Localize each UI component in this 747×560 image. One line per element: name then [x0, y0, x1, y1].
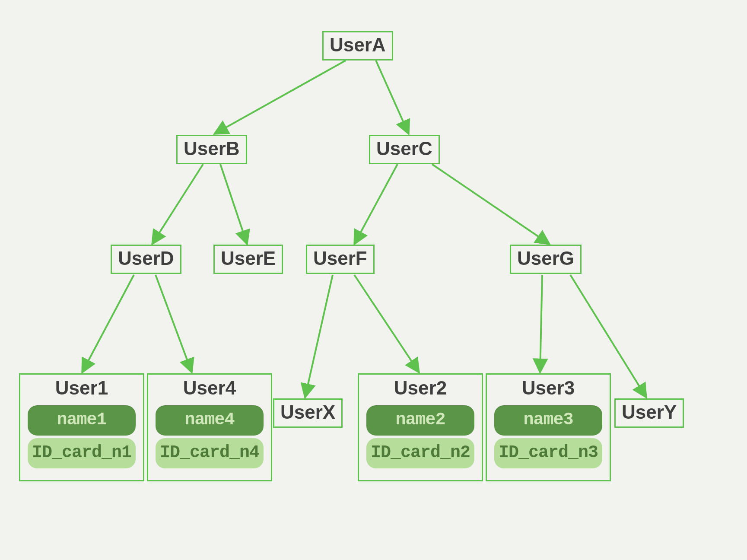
node-user-a: UserA	[322, 31, 393, 60]
leaf-id-pill: ID_card_n3	[494, 438, 602, 468]
diagram-canvas: UserA UserB UserC UserD UserE UserF User…	[0, 0, 747, 560]
leaf-title: User4	[148, 377, 271, 399]
node-user-f: UserF	[306, 245, 375, 274]
node-label: UserA	[330, 34, 386, 55]
node-label: UserE	[221, 248, 276, 269]
node-label: UserB	[184, 138, 240, 159]
node-user-g: UserG	[510, 245, 582, 274]
svg-line-1	[376, 60, 409, 134]
node-user-c: UserC	[369, 135, 440, 164]
leaf-id-pill: ID_card_n1	[28, 438, 136, 468]
svg-line-8	[305, 275, 333, 398]
svg-line-4	[354, 164, 397, 244]
leaf-user2: User2 name2 ID_card_n2	[358, 373, 483, 481]
leaf-title: User3	[487, 377, 610, 399]
leaf-title: User2	[359, 377, 482, 399]
node-label: UserY	[622, 401, 677, 423]
node-label: UserC	[376, 138, 432, 159]
svg-line-10	[540, 275, 542, 372]
svg-line-9	[354, 275, 419, 372]
leaf-name-pill: name3	[494, 405, 602, 436]
leaf-name-pill: name4	[156, 405, 264, 436]
node-user-x: UserX	[273, 398, 343, 428]
leaf-title: User1	[20, 377, 143, 399]
node-user-e: UserE	[213, 245, 283, 274]
node-label: UserF	[313, 248, 367, 269]
leaf-name-pill: name1	[28, 405, 136, 436]
svg-line-5	[432, 164, 550, 244]
leaf-id-pill: ID_card_n2	[366, 438, 474, 468]
svg-line-6	[82, 275, 134, 372]
leaf-id-pill: ID_card_n4	[156, 438, 264, 468]
leaf-user3: User3 name3 ID_card_n3	[486, 373, 611, 481]
svg-line-2	[152, 164, 203, 244]
node-label: UserX	[280, 401, 335, 423]
leaf-user4: User4 name4 ID_card_n4	[147, 373, 272, 481]
svg-line-0	[214, 60, 346, 134]
svg-line-3	[220, 164, 247, 244]
svg-line-7	[156, 275, 192, 372]
node-label: UserG	[517, 248, 574, 269]
leaf-user1: User1 name1 ID_card_n1	[19, 373, 144, 481]
node-user-d: UserD	[111, 245, 181, 274]
leaf-name-pill: name2	[366, 405, 474, 436]
node-user-y: UserY	[614, 398, 684, 428]
node-label: UserD	[118, 248, 174, 269]
node-user-b: UserB	[176, 135, 247, 164]
